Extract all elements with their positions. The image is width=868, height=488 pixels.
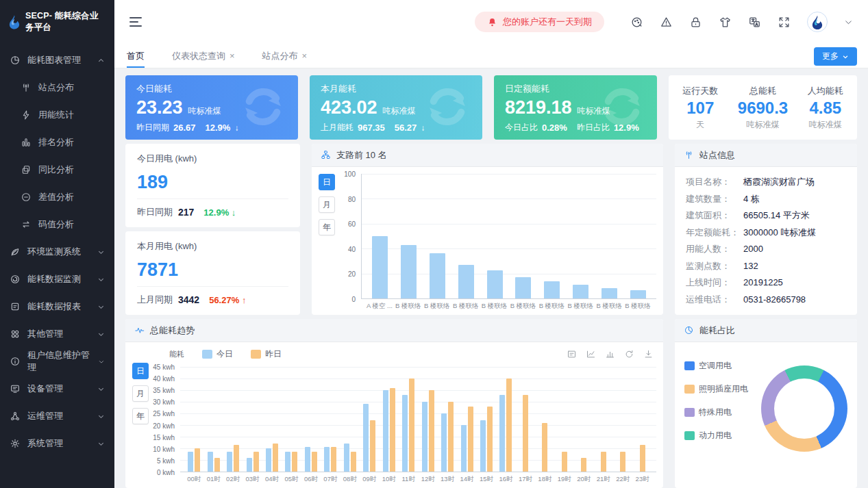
sidebar-item-other-management[interactable]: 其他管理 xyxy=(0,320,114,348)
chevron-down-icon xyxy=(97,331,105,338)
bar-group xyxy=(555,367,574,472)
bar-group xyxy=(395,174,423,298)
legend-item[interactable]: 空调用电 xyxy=(684,360,748,372)
avatar-flame-icon xyxy=(811,15,823,29)
bar xyxy=(542,423,547,472)
palette-icon[interactable] xyxy=(630,16,643,29)
panel-title: 能耗占比 xyxy=(699,324,735,337)
sidebar-item-environment-monitoring[interactable]: 环境监测系统 xyxy=(0,238,114,266)
legend-item[interactable]: 照明插座用电 xyxy=(684,383,748,395)
x-tick-label: 08时 xyxy=(340,472,360,484)
kpi-card-daily-quota-energy: 日定额能耗 8219.18吨标准煤 今日占比0.28%昨日占比12.9% xyxy=(494,75,657,140)
x-tick-label: 16时 xyxy=(496,472,515,484)
sidebar-collapse-icon[interactable] xyxy=(129,17,143,27)
sidebar-item-energy-usage-stats[interactable]: 用能统计 xyxy=(0,101,114,129)
bar-group xyxy=(595,174,623,298)
bar xyxy=(499,395,505,472)
bar xyxy=(458,265,474,298)
sidebar-item-system-management[interactable]: 系统管理 xyxy=(0,430,114,457)
energy-share-panel: 能耗占比 空调用电照明插座用电特殊用电动力用电 xyxy=(675,319,857,488)
sidebar-item-energy-data-monitoring[interactable]: 能耗数据监测 xyxy=(0,266,114,293)
sidebar-item-site-distribution[interactable]: 站点分布 xyxy=(0,74,114,101)
grid-icon xyxy=(10,329,21,339)
toggle-day[interactable]: 日 xyxy=(132,363,149,379)
sidebar-item-ops-management[interactable]: 运维管理 xyxy=(0,402,114,430)
close-icon[interactable]: × xyxy=(302,51,308,61)
bar-group xyxy=(418,367,437,472)
chart-toolbox xyxy=(567,349,654,359)
line-chart-icon[interactable] xyxy=(586,349,596,359)
sidebar-item-difference-analysis[interactable]: 差值分析 xyxy=(0,183,114,211)
close-icon[interactable]: × xyxy=(230,51,235,61)
data-view-icon[interactable] xyxy=(567,349,577,359)
toggle-year[interactable]: 年 xyxy=(132,408,149,424)
chevron-down-icon xyxy=(97,276,105,283)
legend-item[interactable]: 昨日 xyxy=(251,348,282,360)
sidebar-item-tenant-info-management[interactable]: 租户信息维护管理 xyxy=(0,348,114,375)
bar xyxy=(344,444,349,472)
sidebar-item-energy-charts[interactable]: 能耗图表管理 xyxy=(0,47,114,74)
chevron-down-icon[interactable] xyxy=(844,18,853,27)
x-tick-label: B 楼联络 xyxy=(451,299,480,311)
bar-group xyxy=(594,367,613,472)
sidebar-item-code-value-analysis[interactable]: 码值分析 xyxy=(0,211,114,238)
sidebar-item-energy-data-reports[interactable]: 能耗数据报表 xyxy=(0,293,114,320)
tab-meter-status[interactable]: 仪表状态查询× xyxy=(172,44,235,68)
bar-group xyxy=(203,367,223,472)
x-tick-label: 09时 xyxy=(360,472,379,484)
bar xyxy=(640,445,645,472)
toggle-day[interactable]: 日 xyxy=(319,174,335,190)
x-tick-label: 14时 xyxy=(457,472,476,484)
y-tick-label: 25 kwh xyxy=(153,410,175,418)
x-tick-label: B 楼联络 xyxy=(394,299,423,311)
energy-share-donut-chart[interactable] xyxy=(761,365,847,452)
bar xyxy=(468,407,473,472)
more-tabs-button[interactable]: 更多 xyxy=(814,47,857,66)
bar-group xyxy=(340,367,360,472)
toggle-year[interactable]: 年 xyxy=(319,219,335,235)
stat-per-capita-energy: 人均能耗 4.85 吨标准煤 xyxy=(808,85,843,131)
sidebar-item-yoy-analysis[interactable]: 同比分析 xyxy=(0,156,114,183)
tab-site-distribution[interactable]: 站点分布× xyxy=(262,44,308,68)
x-tick-label: 11时 xyxy=(399,472,418,484)
legend-item[interactable]: 动力用电 xyxy=(684,430,748,441)
sidebar-item-device-management[interactable]: 设备管理 xyxy=(0,375,114,402)
kpi-card-today-energy: 今日能耗 23.23吨标准煤 昨日同期26.6712.9%↓ xyxy=(125,75,298,140)
monitor-icon xyxy=(10,383,21,394)
bar-group xyxy=(574,367,593,472)
download-icon[interactable] xyxy=(643,349,654,359)
shirt-icon[interactable] xyxy=(719,16,732,29)
report-icon xyxy=(10,301,21,312)
legend-item[interactable]: 今日 xyxy=(202,348,233,360)
x-tick-label: B 楼联络 xyxy=(623,299,652,311)
account-expiry-alert[interactable]: 您的账户还有一天到期 xyxy=(475,12,604,32)
language-icon[interactable] xyxy=(748,16,761,29)
sidebar-item-ranking-analysis[interactable]: 排名分析 xyxy=(0,129,114,156)
x-tick-label: 15时 xyxy=(477,472,496,484)
tab-home[interactable]: 首页 xyxy=(127,44,145,68)
bar-chart-icon[interactable] xyxy=(605,349,615,359)
lock-icon[interactable] xyxy=(689,16,702,29)
fullscreen-icon[interactable] xyxy=(778,16,791,29)
sidebar: SECP- 能耗综合业务平台 能耗图表管理 站点分布 用能统计 排名分析 同比分… xyxy=(0,0,114,488)
avatar[interactable] xyxy=(807,12,828,32)
y-tick-label: 35 kwh xyxy=(153,387,175,394)
legend-label: 今日 xyxy=(216,348,233,360)
x-tick-label: 23时 xyxy=(632,472,652,484)
toggle-month[interactable]: 月 xyxy=(132,385,149,402)
legend-item[interactable]: 特殊用电 xyxy=(684,407,748,418)
bar-group xyxy=(538,174,567,298)
bar xyxy=(430,253,445,298)
warning-icon[interactable] xyxy=(660,16,673,29)
x-tick-label: 03时 xyxy=(243,472,262,484)
panel-title: 站点信息 xyxy=(699,149,735,162)
bar-group xyxy=(567,174,595,298)
restore-icon[interactable] xyxy=(624,349,634,359)
x-tick-label: 10时 xyxy=(380,472,399,484)
org-chart-icon xyxy=(321,150,331,160)
toggle-month[interactable]: 月 xyxy=(319,196,335,213)
y-tick-label: 0 kwh xyxy=(157,469,175,476)
bar-group xyxy=(496,367,515,472)
y-tick-label: 80 xyxy=(348,195,356,203)
info-circle-icon xyxy=(10,356,21,367)
